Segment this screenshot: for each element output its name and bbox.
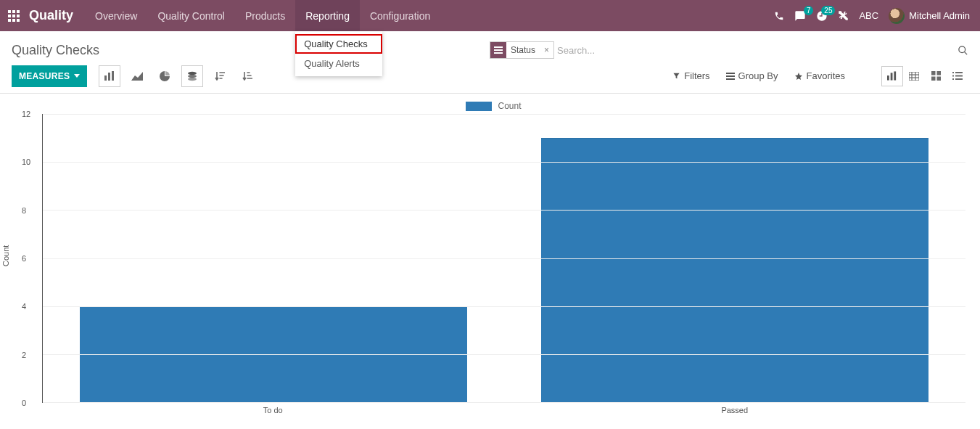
chart-area: Count Count 024681012 To doPassed <box>0 94 980 426</box>
search-icon[interactable] <box>950 45 968 56</box>
x-axis: To doPassed <box>42 403 965 419</box>
reporting-dropdown: Quality Checks Quality Alerts <box>295 31 382 76</box>
phone-icon[interactable] <box>774 11 784 21</box>
svg-rect-27 <box>955 72 963 73</box>
svg-rect-6 <box>108 73 110 81</box>
nav-products[interactable]: Products <box>235 0 295 31</box>
svg-point-10 <box>188 77 197 80</box>
messages-badge: 7 <box>804 6 814 15</box>
svg-rect-30 <box>952 78 954 80</box>
search-input[interactable] <box>557 41 934 59</box>
chart-type-bar[interactable] <box>99 65 120 87</box>
dropdown-quality-alerts[interactable]: Quality Alerts <box>295 54 382 73</box>
dropdown-quality-checks[interactable]: Quality Checks <box>295 34 382 54</box>
company-selector[interactable]: ABC <box>859 10 878 21</box>
ytick-label: 10 <box>22 158 30 166</box>
xtick-label: To do <box>42 403 504 419</box>
groupby-button[interactable]: Group By <box>726 70 778 81</box>
sort-asc-button[interactable] <box>236 65 258 87</box>
apps-icon[interactable] <box>7 9 20 23</box>
chart-legend: Count <box>22 101 965 111</box>
measures-label: MEASURES <box>19 71 70 81</box>
facet-remove[interactable]: × <box>540 45 553 55</box>
svg-rect-12 <box>726 75 735 77</box>
sort-desc-button[interactable] <box>209 65 231 87</box>
tools-icon[interactable] <box>838 10 849 21</box>
view-graph[interactable] <box>881 66 903 86</box>
measures-button[interactable]: MEASURES <box>12 65 87 87</box>
xtick-label: Passed <box>504 403 966 419</box>
chart-type-pie[interactable] <box>154 65 176 87</box>
svg-line-4 <box>964 52 967 54</box>
bar-passed[interactable] <box>541 138 928 402</box>
messages-icon[interactable]: 7 <box>794 10 806 22</box>
legend-label: Count <box>498 101 521 111</box>
svg-point-8 <box>188 71 197 74</box>
nav-right: 7 25 ABC Mitchell Admin <box>774 8 980 24</box>
nav-reporting-label: Reporting <box>305 10 350 22</box>
ytick-label: 0 <box>22 399 26 407</box>
user-menu[interactable]: Mitchell Admin <box>889 8 970 24</box>
control-panel: Quality Checks Status × <box>0 31 980 62</box>
toolbar: MEASURES Filters Group By Favorites <box>0 62 980 94</box>
caret-down-icon <box>74 74 80 78</box>
view-pivot[interactable] <box>903 66 925 86</box>
nav-configuration[interactable]: Configuration <box>360 0 440 31</box>
facet-label: Status <box>506 45 540 55</box>
filters-button[interactable]: Filters <box>672 70 709 81</box>
user-name: Mitchell Admin <box>909 10 970 21</box>
activities-icon[interactable]: 25 <box>816 10 828 22</box>
ytick-label: 4 <box>22 302 26 311</box>
app-brand[interactable]: Quality <box>29 8 73 23</box>
svg-rect-22 <box>931 71 936 75</box>
svg-rect-26 <box>952 72 954 73</box>
ytick-label: 8 <box>22 206 26 215</box>
svg-rect-25 <box>936 77 941 81</box>
svg-rect-5 <box>104 75 107 81</box>
ytick-label: 6 <box>22 254 26 263</box>
page-title: Quality Checks <box>12 43 99 58</box>
filter-strip: Filters Group By Favorites <box>672 66 968 86</box>
search-area: Status × <box>490 41 968 59</box>
yaxis-title: Count <box>1 245 10 266</box>
svg-rect-23 <box>936 71 941 75</box>
svg-rect-13 <box>726 78 735 80</box>
svg-rect-31 <box>955 78 963 80</box>
favorites-label: Favorites <box>807 70 845 81</box>
ytick-label: 12 <box>22 110 30 118</box>
filters-label: Filters <box>684 70 709 81</box>
svg-point-3 <box>959 46 965 52</box>
top-navbar: Quality Overview Quality Control Product… <box>0 0 980 31</box>
activities-badge: 25 <box>821 6 835 15</box>
svg-rect-24 <box>931 77 936 81</box>
facet-bars-icon <box>490 42 506 58</box>
groupby-label: Group By <box>738 70 778 81</box>
svg-rect-29 <box>955 75 963 77</box>
view-list[interactable] <box>947 66 968 86</box>
svg-rect-0 <box>494 46 503 48</box>
nav-reporting[interactable]: Reporting Quality Checks Quality Alerts <box>295 0 360 31</box>
ytick-label: 2 <box>22 351 26 359</box>
chart-type-line[interactable] <box>126 65 148 87</box>
svg-rect-28 <box>952 75 954 77</box>
view-kanban[interactable] <box>925 66 947 86</box>
view-switcher <box>881 66 968 86</box>
search-facet-status: Status × <box>490 41 554 59</box>
svg-rect-11 <box>726 73 735 74</box>
svg-rect-16 <box>894 71 896 80</box>
svg-rect-14 <box>887 75 889 81</box>
chart-stacked-toggle[interactable] <box>181 65 203 87</box>
svg-rect-7 <box>112 71 114 81</box>
svg-rect-17 <box>909 72 919 81</box>
svg-point-9 <box>188 74 197 77</box>
legend-swatch <box>466 102 492 111</box>
nav-overview[interactable]: Overview <box>85 0 147 31</box>
svg-rect-1 <box>494 49 503 51</box>
svg-rect-15 <box>891 73 893 80</box>
y-axis: 024681012 <box>22 114 42 403</box>
nav-quality-control[interactable]: Quality Control <box>147 0 235 31</box>
plot-canvas <box>42 114 965 403</box>
svg-rect-2 <box>494 52 503 54</box>
favorites-button[interactable]: Favorites <box>794 70 845 81</box>
avatar-icon <box>889 8 905 24</box>
